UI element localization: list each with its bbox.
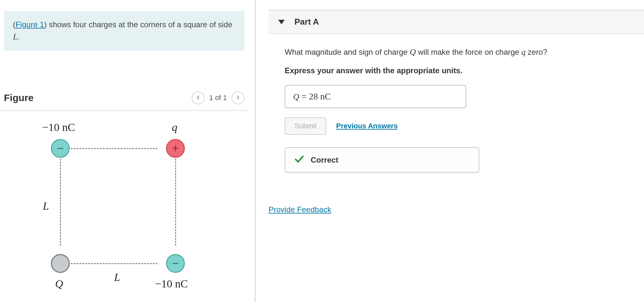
- figure-nav: 1 of 1: [192, 91, 244, 104]
- dashed-right: [175, 159, 176, 246]
- label-top-right: q: [172, 121, 177, 134]
- answer-value: 28 nC: [309, 91, 331, 101]
- figure-title: Figure: [4, 92, 34, 103]
- charge-top-right: +: [166, 139, 185, 158]
- part-header[interactable]: Part A: [268, 10, 644, 34]
- plus-icon: +: [172, 142, 179, 155]
- label-top-left: −10 nC: [42, 121, 75, 134]
- dashed-bottom: [71, 263, 158, 264]
- charge-bottom-right: −: [166, 254, 185, 273]
- q-mid: will make the force on charge: [416, 48, 521, 56]
- label-side-bottom: L: [114, 271, 120, 284]
- figure-pager-text: 1 of 1: [209, 94, 227, 102]
- previous-answers-link[interactable]: Previous Answers: [336, 122, 398, 130]
- checkmark-icon: [294, 154, 304, 166]
- statement-text: ) shows four charges at the corners of a…: [44, 20, 232, 29]
- figure-prev-button[interactable]: [192, 91, 205, 104]
- chevron-left-icon: [196, 95, 200, 101]
- figure-link[interactable]: Figure 1: [16, 20, 44, 29]
- minus-icon: −: [57, 142, 64, 155]
- button-row: Submit Previous Answers: [285, 117, 634, 135]
- correct-label: Correct: [311, 156, 338, 165]
- instruction-text: Express your answer with the appropriate…: [285, 66, 634, 75]
- chevron-right-icon: [236, 95, 240, 101]
- label-side-left: L: [43, 200, 49, 212]
- var-q: q: [521, 47, 526, 57]
- question-text: What magnitude and sign of charge Q will…: [285, 46, 634, 58]
- provide-feedback-link[interactable]: Provide Feedback: [268, 205, 331, 214]
- left-panel: (Figure 1) shows four charges at the cor…: [0, 0, 256, 302]
- caret-down-icon: [278, 20, 285, 24]
- q-prefix: What magnitude and sign of charge: [285, 48, 410, 56]
- right-panel: Part A What magnitude and sign of charge…: [256, 0, 644, 302]
- side-var-L: L: [13, 32, 18, 41]
- charge-top-left: −: [51, 139, 70, 158]
- label-bottom-left: Q: [55, 278, 63, 290]
- figure-next-button[interactable]: [232, 91, 244, 104]
- q-suffix: zero?: [526, 48, 547, 56]
- submit-button[interactable]: Submit: [285, 117, 326, 135]
- answer-var: Q: [293, 92, 299, 101]
- question-body: What magnitude and sign of charge Q will…: [268, 34, 644, 173]
- charge-bottom-left: [51, 254, 70, 273]
- label-bottom-right: −10 nC: [155, 278, 188, 290]
- part-title: Part A: [294, 17, 319, 27]
- paren-open: (: [13, 20, 16, 29]
- statement-period: .: [18, 32, 20, 41]
- problem-statement: (Figure 1) shows four charges at the cor…: [4, 11, 244, 51]
- correct-feedback: Correct: [285, 147, 479, 173]
- dashed-top: [71, 148, 158, 149]
- answer-display: Q = 28 nC: [285, 85, 466, 108]
- figure-header: Figure 1 of 1: [0, 87, 248, 111]
- dashed-left: [60, 159, 61, 246]
- var-Q: Q: [410, 47, 416, 57]
- figure-diagram: − + − −10 nC q Q −10 nC L L: [29, 117, 211, 299]
- answer-equals: =: [299, 91, 309, 101]
- minus-icon: −: [172, 257, 179, 270]
